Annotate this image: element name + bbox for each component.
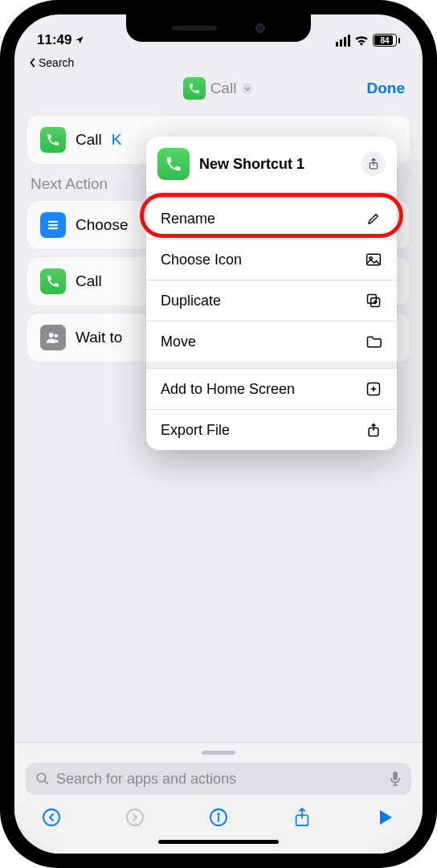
svg-point-16	[127, 809, 143, 825]
action-label: Call	[76, 131, 102, 149]
suggestion-label: Call	[76, 272, 102, 290]
add-square-icon	[365, 380, 382, 398]
menu-label: Duplicate	[161, 293, 221, 309]
battery-percent: 84	[380, 36, 389, 45]
home-indicator[interactable]	[158, 840, 279, 844]
run-button[interactable]	[374, 806, 397, 829]
menu-icon	[40, 212, 66, 238]
status-time-group: 11:49	[37, 32, 84, 48]
svg-point-5	[55, 334, 59, 338]
back-label: Search	[39, 56, 74, 69]
phone-frame: 11:49 84 Search Call	[0, 0, 437, 868]
wifi-icon	[354, 35, 369, 46]
svg-rect-1	[48, 221, 58, 223]
menu-move[interactable]: Move	[146, 321, 397, 362]
svg-rect-3	[48, 227, 58, 229]
svg-point-18	[218, 813, 219, 815]
menu-add-home[interactable]: Add to Home Screen	[146, 368, 397, 409]
share-button[interactable]	[291, 806, 313, 829]
phone-icon	[40, 127, 66, 153]
status-time: 11:49	[37, 32, 71, 48]
nav-title: Call	[210, 80, 237, 97]
contacts-icon	[40, 325, 66, 350]
popover-header: New Shortcut 1	[146, 137, 397, 191]
export-icon	[365, 421, 382, 439]
battery-icon: 84	[373, 34, 400, 47]
microphone-icon[interactable]	[389, 771, 402, 787]
menu-label: Move	[161, 334, 196, 350]
menu-choose-icon[interactable]: Choose Icon	[146, 239, 397, 280]
action-parameter[interactable]: K	[112, 131, 122, 149]
popover-title: New Shortcut 1	[199, 156, 352, 173]
chevron-down-icon	[241, 82, 254, 95]
location-arrow-icon	[75, 35, 84, 45]
phone-icon	[183, 77, 206, 100]
menu-rename[interactable]: Rename	[146, 198, 397, 239]
suggestion-label: Wait to	[76, 329, 122, 346]
svg-rect-2	[48, 224, 58, 226]
suggestion-label: Choose	[76, 216, 129, 234]
svg-point-13	[37, 773, 46, 782]
notch	[126, 14, 311, 42]
screen: 11:49 84 Search Call	[14, 14, 423, 854]
shortcut-options-popover: New Shortcut 1 Rename Choose Icon Duplic	[146, 137, 397, 450]
search-input[interactable]: Search for apps and actions	[26, 763, 411, 795]
nav-bar: Call Done	[14, 71, 423, 106]
search-placeholder: Search for apps and actions	[56, 771, 382, 788]
search-icon	[35, 772, 50, 786]
back-to-search[interactable]: Search	[14, 56, 423, 71]
svg-point-15	[43, 809, 59, 825]
info-button[interactable]	[207, 806, 230, 829]
redo-button[interactable]	[124, 806, 146, 829]
nav-title-dropdown[interactable]: Call	[183, 77, 255, 100]
menu-label: Rename	[161, 211, 215, 227]
bottom-panel: Search for apps and actions	[14, 742, 423, 854]
sheet-grabber[interactable]	[202, 751, 235, 755]
duplicate-icon	[365, 292, 382, 309]
editor-toolbar	[26, 795, 411, 830]
menu-label: Export File	[161, 422, 230, 439]
phone-icon	[157, 148, 190, 180]
svg-point-4	[49, 333, 54, 338]
chevron-left-icon	[29, 58, 37, 68]
image-icon	[365, 251, 382, 268]
svg-point-0	[243, 83, 253, 93]
cellular-icon	[336, 35, 350, 47]
menu-label: Add to Home Screen	[161, 381, 295, 398]
phone-icon	[40, 268, 66, 294]
share-icon	[367, 158, 380, 170]
menu-label: Choose Icon	[161, 252, 242, 268]
pencil-icon	[365, 210, 382, 227]
svg-rect-14	[393, 772, 397, 780]
done-button[interactable]: Done	[367, 80, 406, 97]
share-button[interactable]	[361, 152, 386, 176]
status-right: 84	[336, 34, 400, 47]
menu-export[interactable]: Export File	[146, 409, 397, 450]
menu-duplicate[interactable]: Duplicate	[146, 280, 397, 321]
folder-icon	[365, 333, 382, 350]
undo-button[interactable]	[40, 806, 63, 829]
